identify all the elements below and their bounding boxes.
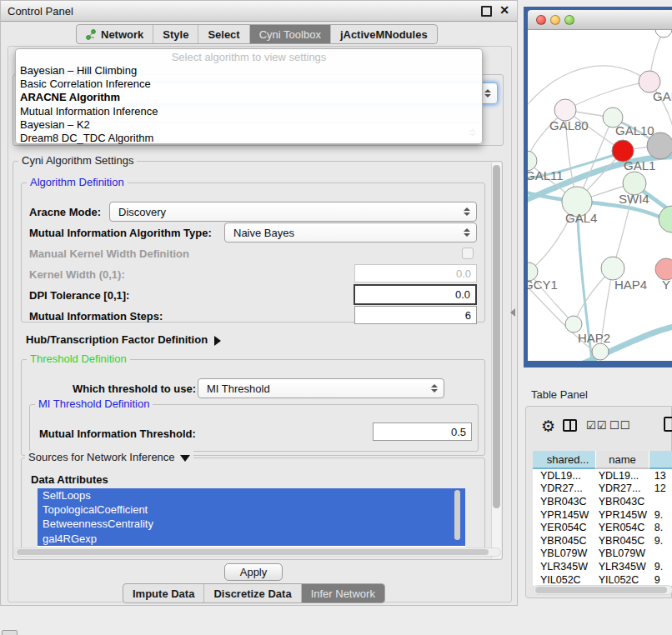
column-header-partial[interactable]	[649, 451, 672, 469]
network-canvas[interactable]: GALGAL80GAL10GAL1GAL11SWI4GAL4GCY1HAP4YH…	[528, 30, 672, 361]
network-node[interactable]	[655, 30, 672, 38]
mi-steps-input[interactable]: 6	[354, 306, 477, 324]
table-cell[interactable]: YDR27...	[533, 482, 595, 494]
close-traffic-light-icon[interactable]	[536, 15, 546, 25]
table-cell[interactable]: YPR145W	[533, 509, 595, 521]
tab-cyni-toolbox[interactable]: Cyni Toolbox	[250, 25, 331, 43]
collapse-down-icon	[180, 455, 190, 462]
list-scrollbar-thumb[interactable]	[454, 490, 460, 540]
table-row[interactable]: YBR045CYBR045C9.	[533, 534, 672, 548]
table-cell[interactable]: 9.	[649, 535, 672, 547]
table-cell[interactable]: YBR043C	[595, 496, 649, 508]
table-cell[interactable]: YLR345W	[533, 561, 595, 572]
network-node[interactable]	[647, 132, 672, 159]
table-cell[interactable]: 9.	[649, 509, 672, 521]
corner-button[interactable]	[2, 630, 18, 635]
table-cell[interactable]: YBR045C	[533, 535, 595, 547]
dropdown-item[interactable]: ARACNE Algorithm	[16, 91, 482, 104]
table-cell[interactable]: YIL052C	[595, 574, 649, 586]
tab-infer-network[interactable]: Infer Network	[302, 584, 384, 602]
table-cell[interactable]: 13	[649, 470, 672, 482]
network-node-hap4[interactable]	[601, 257, 624, 280]
tab-select[interactable]: Select	[198, 25, 249, 43]
dropdown-item[interactable]: Bayesian – K2	[16, 118, 482, 132]
settings-horizontal-scrollbar[interactable]	[14, 548, 501, 557]
table-row[interactable]: YBR043CYBR043C	[533, 495, 672, 508]
table-row[interactable]: YDL19...YDL19...13	[533, 469, 672, 482]
table-cell[interactable]: YBR045C	[595, 535, 649, 547]
table-cell[interactable]: YBL079W	[595, 548, 649, 559]
hub-definition-toggle[interactable]: Hub/Transcription Factor Definition	[26, 333, 221, 346]
float-window-icon[interactable]	[481, 6, 492, 17]
kernel-width-label: Kernel Width (0,1):	[29, 268, 125, 281]
dpi-tolerance-input[interactable]: 0.0	[354, 284, 477, 305]
attribute-list-item[interactable]: gal4RGexp	[38, 532, 465, 546]
scrollbar-thumb[interactable]	[535, 587, 667, 593]
table-cell[interactable]: YDR27...	[595, 482, 649, 494]
combo-stepper-icon	[461, 208, 473, 216]
cyni-settings-group-title: Cyni Algorithm Settings	[18, 154, 137, 167]
table-row[interactable]: YER054CYER054C8.	[533, 521, 672, 534]
table-cell[interactable]: YBR043C	[533, 496, 595, 508]
table-cell[interactable]: YPR145W	[595, 509, 649, 521]
column-header-shared-name[interactable]: shared...	[533, 451, 595, 469]
table-cell[interactable]: YDL19...	[595, 470, 649, 482]
table-cell[interactable]: YER054C	[595, 522, 649, 533]
aracne-mode-combo[interactable]: Discovery	[109, 202, 477, 222]
gear-icon[interactable]: ⚙	[541, 417, 555, 436]
tab-style[interactable]: Style	[153, 25, 198, 43]
tab-discretize-data[interactable]: Discretize Data	[204, 584, 301, 602]
table-row[interactable]: YDR27...YDR27...12	[533, 482, 672, 496]
table-panel-title: Table Panel	[531, 388, 588, 401]
tab-impute-data[interactable]: Impute Data	[123, 584, 204, 602]
table-row[interactable]: YBL079WYBL079W	[533, 548, 672, 561]
table-cell[interactable]: 9.	[649, 561, 672, 572]
mi-threshold-input[interactable]: 0.5	[373, 422, 472, 441]
table-cell[interactable]: YLR345W	[595, 561, 649, 572]
table-row[interactable]: YLR345WYLR345W9.	[533, 560, 672, 573]
dropdown-item[interactable]: Dream8 DC_TDC Algorithm	[16, 132, 482, 145]
settings-vertical-scrollbar[interactable]	[491, 162, 501, 558]
network-node-hap2[interactable]	[565, 316, 582, 332]
table-cell[interactable]: YBL079W	[533, 548, 595, 559]
tab-jactivemnodules[interactable]: jActiveMNodules	[331, 25, 437, 43]
column-header-name[interactable]: name	[595, 451, 649, 469]
dropdown-item[interactable]: Basic Correlation Inference	[16, 78, 482, 91]
sources-group-title[interactable]: Sources for Network Inference	[25, 451, 193, 463]
split-columns-icon[interactable]	[563, 419, 577, 432]
dropdown-item[interactable]: Mutual Information Inference	[16, 105, 482, 118]
select-all-checkboxes-icon[interactable]: ☑☑	[586, 419, 607, 432]
table-cell[interactable]: 12	[649, 482, 672, 494]
table-cell[interactable]: 8.	[649, 522, 672, 533]
table-horizontal-scrollbar[interactable]	[533, 585, 672, 595]
kernel-width-input[interactable]: 0.0	[354, 264, 477, 282]
table-cell[interactable]: YIL052C	[533, 574, 595, 586]
dropdown-item[interactable]: Bayesian – Hill Climbing	[16, 64, 482, 78]
mi-algorithm-type-label: Mutual Information Algorithm Type:	[29, 227, 212, 239]
attribute-list-item[interactable]: TopologicalCoefficient	[38, 502, 465, 517]
close-icon[interactable]: ✕	[499, 3, 509, 17]
table-cell[interactable]: YDL19...	[533, 470, 595, 482]
network-node[interactable]	[659, 206, 672, 232]
scrollbar-thumb[interactable]	[493, 165, 500, 508]
document-icon[interactable]	[664, 417, 672, 432]
scrollbar-thumb[interactable]	[17, 549, 489, 555]
minimize-traffic-light-icon[interactable]	[550, 15, 560, 25]
data-attributes-list[interactable]: SelfLoopsTopologicalCoefficientBetweenne…	[38, 488, 465, 548]
tab-network[interactable]: Network	[77, 25, 153, 43]
manual-kernel-width-checkbox[interactable]	[462, 248, 474, 259]
table-row[interactable]: YPR145WYPR145W9.	[533, 508, 672, 522]
table-row[interactable]: YIL052CYIL052C9	[533, 573, 672, 586]
apply-button[interactable]: Apply	[224, 563, 283, 581]
table-cell[interactable]: YER054C	[533, 522, 595, 533]
table-cell[interactable]: 9	[649, 574, 672, 586]
zoom-traffic-light-icon[interactable]	[564, 15, 574, 25]
attribute-list-item[interactable]: BetweennessCentrality	[38, 517, 465, 531]
splitter-handle-icon[interactable]	[510, 308, 515, 317]
network-node[interactable]	[592, 343, 609, 360]
attribute-list-item[interactable]: SelfLoops	[38, 488, 465, 502]
deselect-all-checkboxes-icon[interactable]: ☐☐	[609, 419, 630, 432]
mi-algorithm-type-combo[interactable]: Naive Bayes	[224, 222, 477, 242]
which-threshold-combo[interactable]: MI Threshold	[198, 378, 444, 398]
network-node-label: GAL80	[549, 118, 589, 132]
